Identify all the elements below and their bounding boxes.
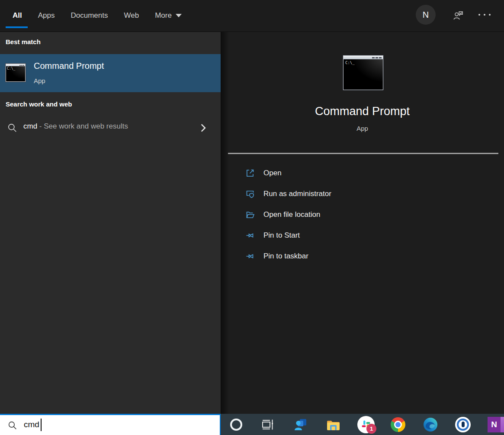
action-label: Pin to Start bbox=[263, 231, 300, 240]
search-icon bbox=[7, 420, 18, 431]
suggestion-query: cmd bbox=[23, 122, 37, 130]
tab-documents[interactable]: Documents bbox=[71, 11, 108, 20]
active-tab-indicator bbox=[6, 26, 28, 28]
action-label: Open file location bbox=[263, 210, 320, 219]
tab-more[interactable]: More bbox=[155, 11, 182, 20]
separator bbox=[228, 153, 498, 154]
avatar[interactable]: N bbox=[416, 5, 436, 25]
web-suggestion-row[interactable]: cmd - See work and web results bbox=[0, 116, 221, 139]
pin-icon bbox=[244, 230, 256, 241]
tab-more-label: More bbox=[155, 11, 172, 20]
action-list: Open Run as administrator Open file loca… bbox=[244, 163, 331, 267]
action-label: Pin to taskbar bbox=[263, 252, 308, 261]
slack-icon[interactable]: 1 bbox=[357, 416, 375, 433]
tab-apps[interactable]: Apps bbox=[38, 11, 55, 20]
chevron-right-icon[interactable] bbox=[197, 122, 209, 134]
suggestion-text: cmd - See work and web results bbox=[23, 122, 128, 131]
result-title: Command Prompt bbox=[34, 61, 104, 71]
chrome-icon[interactable] bbox=[391, 417, 405, 432]
command-prompt-icon-large: C:\_ bbox=[343, 55, 383, 90]
launch-icon bbox=[244, 168, 256, 179]
notification-badge: 1 bbox=[366, 424, 376, 434]
people-icon[interactable] bbox=[293, 417, 308, 432]
task-view-icon[interactable] bbox=[261, 418, 274, 431]
preview-panel: C:\_ Command Prompt App Open Run as admi… bbox=[221, 32, 504, 435]
onenote-tab-strip bbox=[501, 417, 504, 432]
tab-all[interactable]: All bbox=[13, 11, 22, 20]
tab-web[interactable]: Web bbox=[124, 11, 139, 20]
best-match-label: Best match bbox=[6, 38, 41, 45]
search-header: All Apps Documents Web More N bbox=[0, 0, 504, 32]
more-options-button[interactable] bbox=[478, 14, 491, 16]
best-match-result[interactable]: C:\_ Command Prompt App bbox=[0, 54, 221, 92]
search-icon bbox=[6, 122, 18, 133]
action-run-as-admin[interactable]: Run as administrator bbox=[244, 184, 331, 204]
filter-tabs: All Apps Documents Web More bbox=[13, 0, 182, 31]
open-folder-icon bbox=[244, 209, 256, 220]
action-open-file-location[interactable]: Open file location bbox=[244, 204, 331, 225]
preview-type: App bbox=[221, 125, 504, 132]
action-open[interactable]: Open bbox=[244, 163, 331, 184]
text-cursor bbox=[41, 419, 42, 431]
command-prompt-icon: C:\_ bbox=[6, 64, 26, 82]
cortana-icon[interactable] bbox=[230, 419, 242, 431]
preview-title: Command Prompt bbox=[221, 105, 504, 118]
suggestion-suffix: - See work and web results bbox=[37, 122, 128, 130]
action-pin-to-taskbar[interactable]: Pin to taskbar bbox=[244, 246, 331, 267]
result-type: App bbox=[34, 77, 45, 84]
web-section-label: Search work and web bbox=[6, 100, 72, 108]
onenote-icon[interactable]: N bbox=[488, 417, 504, 432]
panel-divider-shadow bbox=[221, 32, 229, 435]
onepassword-icon[interactable] bbox=[455, 417, 471, 432]
pin-icon bbox=[244, 251, 256, 262]
feedback-icon[interactable] bbox=[453, 10, 464, 21]
avatar-letter: N bbox=[423, 10, 429, 20]
search-input[interactable]: cmd bbox=[0, 414, 221, 435]
chevron-down-icon bbox=[176, 14, 182, 17]
file-explorer-icon[interactable] bbox=[326, 418, 340, 432]
action-label: Run as administrator bbox=[263, 190, 331, 198]
action-label: Open bbox=[263, 169, 282, 177]
taskbar: 1 N bbox=[221, 414, 504, 435]
onenote-letter: N bbox=[488, 417, 501, 432]
search-input-value: cmd bbox=[24, 420, 39, 429]
edge-icon[interactable] bbox=[423, 417, 438, 432]
results-panel: Best match C:\_ Command Prompt App Searc… bbox=[0, 32, 221, 414]
action-pin-to-start[interactable]: Pin to Start bbox=[244, 225, 331, 246]
admin-shield-icon bbox=[244, 188, 256, 200]
